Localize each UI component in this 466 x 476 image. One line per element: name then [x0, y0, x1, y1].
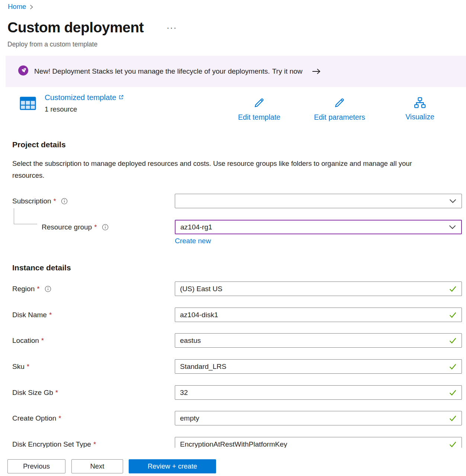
required-marker: *	[94, 223, 97, 231]
location-row: Location* eastus	[0, 333, 466, 348]
field-label-text: Create Option	[12, 414, 56, 422]
sku-row: Sku* Standard_LRS	[0, 359, 466, 374]
required-marker: *	[58, 414, 61, 422]
arrow-right-icon	[312, 68, 321, 74]
banner-cta[interactable]: Try it now	[272, 67, 303, 75]
resource-group-label: Resource group*	[42, 223, 109, 231]
region-input[interactable]: (US) East US	[175, 282, 462, 296]
pencil-icon	[334, 97, 346, 110]
field-label-text: Sku	[12, 363, 25, 371]
page-title: Custom deployment	[7, 19, 144, 36]
breadcrumb: Home	[8, 3, 33, 11]
sku-input[interactable]: Standard_LRS	[175, 359, 462, 374]
more-options-button[interactable]: ···	[167, 23, 177, 33]
info-icon[interactable]	[61, 198, 68, 205]
template-icon	[19, 95, 36, 113]
instance-details-heading: Instance details	[12, 263, 71, 272]
info-icon[interactable]	[45, 286, 51, 292]
field-label-text: Region	[12, 285, 35, 293]
visualize-button[interactable]: Visualize	[405, 97, 434, 121]
valid-check-icon	[449, 312, 456, 318]
disk-size-gb-row: Disk Size Gb* 32	[0, 385, 466, 400]
action-label: Visualize	[405, 113, 434, 121]
subscription-label: Subscription*	[12, 197, 68, 205]
field-label-text: Disk Name	[12, 311, 47, 319]
action-label: Edit parameters	[314, 113, 365, 122]
external-link-icon	[118, 93, 124, 102]
valid-check-icon	[449, 390, 456, 396]
field-label-text: Disk Size Gb	[12, 389, 53, 397]
valid-check-icon	[449, 286, 456, 292]
field-value: EncryptionAtRestWithPlatformKey	[180, 440, 449, 448]
resource-group-row: Resource group* az104-rg1	[0, 220, 466, 234]
create-option-row: Create Option* empty	[0, 411, 466, 425]
deployment-stacks-banner[interactable]: New! Deployment Stacks let you manage th…	[6, 56, 466, 87]
field-value: eastus	[180, 337, 449, 345]
valid-check-icon	[449, 364, 456, 370]
template-summary: Customized template 1 resource	[45, 93, 124, 113]
review-create-button[interactable]: Review + create	[129, 459, 216, 473]
region-row: Region* (US) East US	[0, 282, 466, 296]
action-label: Edit template	[238, 113, 280, 122]
project-details-description: Select the subscription to manage deploy…	[12, 158, 442, 181]
custom-deployment-page: Home Custom deployment ··· Deploy from a…	[0, 0, 466, 476]
banner-message: New! Deployment Stacks let you manage th…	[34, 67, 270, 75]
field-label-text: Resource group	[42, 223, 92, 231]
disk-name-input[interactable]: az104-disk1	[175, 308, 462, 322]
breadcrumb-home-link[interactable]: Home	[8, 3, 26, 11]
template-name: Customized template	[45, 93, 116, 102]
chevron-down-icon	[449, 199, 456, 203]
field-label-text: Location	[12, 337, 39, 345]
location-input[interactable]: eastus	[175, 333, 462, 348]
required-marker: *	[55, 389, 58, 397]
chevron-right-icon	[30, 4, 33, 10]
required-marker: *	[54, 197, 56, 205]
valid-check-icon	[449, 441, 456, 447]
disk-encryption-set-type-label: Disk Encryption Set Type*	[12, 440, 96, 448]
required-marker: *	[41, 337, 44, 345]
resource-group-value: az104-rg1	[180, 223, 449, 231]
create-option-label: Create Option*	[12, 414, 61, 422]
subscription-row: Subscription*	[0, 194, 466, 208]
subscription-select[interactable]	[175, 194, 462, 208]
project-details-heading: Project details	[12, 140, 66, 149]
field-label-text: Disk Encryption Set Type	[12, 440, 91, 448]
resource-group-select[interactable]: az104-rg1	[175, 220, 462, 234]
field-value: 32	[180, 389, 449, 397]
edit-template-button[interactable]: Edit template	[238, 97, 280, 122]
disk-size-gb-input[interactable]: 32	[175, 385, 462, 400]
chevron-down-icon	[449, 225, 456, 229]
field-value: (US) East US	[180, 285, 449, 293]
pencil-icon	[253, 97, 266, 110]
disk-name-row: Disk Name* az104-disk1	[0, 308, 466, 322]
field-label-text: Subscription	[12, 197, 51, 205]
customized-template-link[interactable]: Customized template	[45, 93, 124, 102]
field-value: az104-disk1	[180, 311, 449, 319]
required-marker: *	[49, 311, 52, 319]
next-button[interactable]: Next	[71, 459, 123, 473]
sku-label: Sku*	[12, 363, 29, 371]
disk-size-gb-label: Disk Size Gb*	[12, 389, 58, 397]
info-icon[interactable]	[102, 224, 109, 231]
rocket-icon	[18, 65, 28, 77]
resource-count: 1 resource	[45, 105, 124, 113]
field-value: empty	[180, 414, 449, 422]
previous-button[interactable]: Previous	[7, 459, 65, 473]
valid-check-icon	[449, 415, 456, 421]
required-marker: *	[93, 440, 96, 448]
page-subtitle: Deploy from a custom template	[7, 41, 97, 48]
footer	[0, 448, 466, 476]
create-new-link[interactable]: Create new	[175, 237, 211, 245]
required-marker: *	[27, 363, 29, 371]
create-option-input[interactable]: empty	[175, 411, 462, 425]
region-label: Region*	[12, 285, 51, 293]
field-value: Standard_LRS	[180, 363, 449, 371]
hierarchy-icon	[414, 97, 426, 110]
location-label: Location*	[12, 337, 44, 345]
edit-parameters-button[interactable]: Edit parameters	[314, 97, 365, 122]
valid-check-icon	[449, 338, 456, 344]
disk-name-label: Disk Name*	[12, 311, 52, 319]
required-marker: *	[37, 285, 39, 293]
